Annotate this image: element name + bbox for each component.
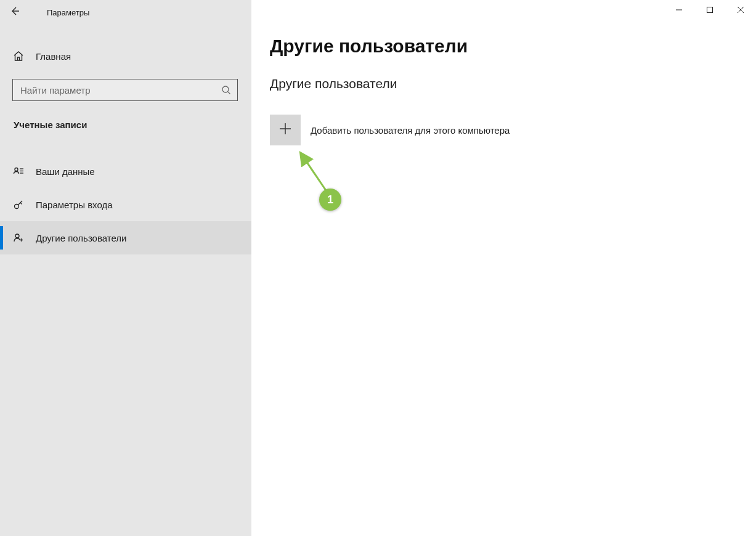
add-user-button[interactable]	[270, 115, 301, 145]
main-content: Другие пользователи Другие пользователи …	[251, 0, 756, 536]
person-card-icon	[12, 166, 25, 177]
close-button[interactable]	[725, 0, 756, 21]
add-user-row[interactable]: Добавить пользователя для этого компьюте…	[270, 115, 756, 145]
search-icon	[215, 85, 237, 95]
titlebar: Параметры	[0, 0, 251, 25]
back-button[interactable]	[0, 0, 30, 25]
svg-line-5	[301, 154, 327, 192]
close-icon	[737, 5, 744, 16]
category-label: Учетные записи	[0, 120, 251, 130]
home-icon	[12, 51, 25, 62]
search-input[interactable]	[13, 79, 215, 100]
back-arrow-icon	[10, 6, 20, 18]
maximize-icon	[706, 5, 713, 16]
window-controls	[664, 0, 756, 21]
person-plus-icon	[12, 232, 25, 243]
page-title: Другие пользователи	[270, 36, 756, 57]
annotation-callout: 1	[319, 189, 341, 211]
svg-point-0	[222, 86, 229, 92]
minimize-icon	[675, 5, 683, 16]
minimize-button[interactable]	[664, 0, 694, 21]
add-user-label: Добавить пользователя для этого компьюте…	[311, 125, 510, 136]
svg-point-1	[15, 168, 18, 171]
sidebar-item-signin-options[interactable]: Параметры входа	[0, 188, 251, 221]
sidebar-item-label: Другие пользователи	[36, 233, 126, 243]
svg-rect-4	[707, 7, 713, 13]
sidebar-item-your-info[interactable]: Ваши данные	[0, 155, 251, 188]
sidebar-item-label: Ваши данные	[36, 166, 95, 177]
sidebar-item-home[interactable]: Главная	[0, 42, 251, 70]
sidebar-item-label: Параметры входа	[36, 200, 113, 210]
section-title: Другие пользователи	[270, 76, 756, 91]
search-container	[12, 79, 238, 101]
sidebar: Параметры Главная	[0, 0, 251, 536]
app-title: Параметры	[47, 8, 89, 17]
settings-window: Параметры Главная	[0, 0, 756, 536]
nav-list: Ваши данные Параметры входа	[0, 155, 251, 254]
svg-point-3	[15, 234, 19, 238]
search-box[interactable]	[12, 79, 238, 101]
maximize-button[interactable]	[694, 0, 725, 21]
svg-point-2	[15, 205, 19, 209]
key-icon	[12, 199, 25, 210]
home-label: Главная	[36, 51, 71, 62]
sidebar-item-other-users[interactable]: Другие пользователи	[0, 221, 251, 254]
annotation-arrow	[296, 149, 333, 198]
annotation-number: 1	[319, 189, 341, 211]
plus-icon	[278, 121, 293, 139]
